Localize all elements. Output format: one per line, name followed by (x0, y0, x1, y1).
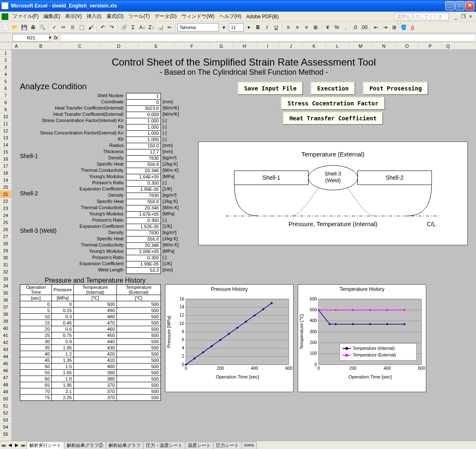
cell[interactable]: 40 (20, 351, 52, 357)
param-value-cell[interactable]: 1.64E+05 (126, 174, 161, 181)
menu-view[interactable]: 表示(V) (63, 12, 84, 21)
cell[interactable]: 35 (20, 345, 52, 351)
sort-asc-icon[interactable]: A↓ (138, 23, 146, 32)
param-value-cell[interactable]: 20.348 (126, 205, 161, 212)
param-value-cell[interactable]: 53.3 (126, 267, 161, 274)
merge-icon[interactable]: ⊞ (311, 23, 320, 32)
cell[interactable]: 500 (117, 395, 160, 401)
param-value-cell[interactable]: 20.348 (126, 168, 161, 174)
menu-edit[interactable]: 編集(E) (41, 12, 63, 21)
column-header[interactable]: E (138, 42, 174, 49)
row-header[interactable]: 10 (0, 113, 11, 120)
cell[interactable]: 500 (117, 314, 160, 320)
indent-dec-icon[interactable]: ⇤ (372, 23, 380, 32)
column-header[interactable]: Q (442, 42, 454, 49)
cell[interactable]: 440 (74, 339, 117, 345)
dropdown-icon[interactable]: ▾ (49, 35, 51, 40)
sort-desc-icon[interactable]: Z↓ (147, 23, 155, 32)
cell[interactable]: 0 (52, 301, 74, 307)
sheet-tab[interactable]: 解析結果グラフ (106, 442, 143, 449)
cell[interactable]: 20 (20, 326, 52, 332)
cell[interactable]: 50 (20, 364, 52, 370)
align-left-icon[interactable]: ≡ (284, 23, 292, 32)
row-header[interactable]: 13 (0, 134, 11, 142)
cell[interactable]: 500 (117, 364, 160, 370)
param-value-cell[interactable]: 1.000 (126, 124, 161, 131)
cell[interactable]: 480 (74, 314, 117, 320)
row-header[interactable]: 27 (0, 233, 11, 240)
row-header[interactable]: 53 (0, 417, 11, 424)
dec-decimal-icon[interactable]: .00 (360, 23, 368, 32)
row-header[interactable]: 16 (0, 156, 11, 163)
cell[interactable]: 0.6 (52, 326, 74, 332)
paste-icon[interactable]: 📋 (78, 23, 86, 32)
param-value-cell[interactable]: 2.06E+05 (126, 249, 161, 255)
row-header[interactable]: 3 (0, 64, 11, 71)
chart-icon[interactable]: 📊 (156, 23, 165, 32)
menu-insert[interactable]: 挿入(I) (84, 12, 104, 21)
tab-nav-next-icon[interactable]: ▶ (13, 442, 20, 448)
cell[interactable]: 25 (20, 332, 52, 339)
row-header[interactable]: 17 (0, 163, 11, 170)
column-header[interactable]: F (174, 42, 210, 49)
row-header[interactable]: 33 (0, 276, 11, 283)
comma-icon[interactable]: , (342, 23, 350, 32)
autosum-icon[interactable]: Σ (129, 23, 137, 32)
row-header[interactable]: 30 (0, 254, 11, 261)
cell[interactable]: 370 (74, 388, 117, 395)
name-box[interactable] (12, 34, 50, 41)
cell[interactable]: 30 (20, 339, 52, 345)
inc-decimal-icon[interactable]: .0 (351, 23, 359, 32)
row-header[interactable]: 39 (0, 318, 11, 325)
row-header[interactable]: 23 (0, 205, 11, 212)
cell[interactable]: 0 (20, 301, 52, 307)
open-icon[interactable]: 📂 (11, 23, 19, 32)
column-header[interactable]: D (100, 42, 138, 49)
param-value-cell[interactable]: 0.000 (126, 112, 161, 118)
redo-icon[interactable]: ↷ (108, 23, 116, 32)
cell[interactable]: 0.75 (52, 332, 74, 339)
new-icon[interactable]: 📄 (2, 23, 10, 32)
param-value-cell[interactable]: 0 (126, 99, 161, 106)
column-header[interactable]: I (256, 42, 279, 49)
row-header[interactable]: 20 (0, 184, 11, 191)
row-header[interactable]: 5 (0, 78, 11, 85)
cell[interactable]: 5 (20, 307, 52, 314)
cell[interactable]: 370 (74, 382, 117, 388)
row-header[interactable]: 51 (0, 403, 11, 410)
column-header[interactable]: H (233, 42, 256, 49)
italic-icon[interactable]: I (263, 23, 271, 32)
cell[interactable]: 0.3 (52, 314, 74, 320)
fill-color-icon[interactable]: 🪣 (399, 23, 408, 32)
param-value-cell[interactable]: 150.0 (126, 143, 161, 149)
cell[interactable]: 500 (117, 307, 160, 314)
font-name-select[interactable] (177, 23, 219, 32)
execution-button[interactable]: Execution (311, 82, 355, 95)
sheet-tab[interactable]: 温度シート (185, 442, 214, 449)
cell[interactable]: 500 (117, 376, 160, 382)
column-header[interactable]: L (326, 42, 349, 49)
column-header[interactable]: N (372, 42, 396, 49)
cell[interactable]: 1.95 (52, 382, 74, 388)
cell[interactable]: 490 (74, 307, 117, 314)
cell[interactable]: 0.15 (52, 307, 74, 314)
cell[interactable]: 370 (74, 395, 117, 401)
row-header[interactable]: 15 (0, 149, 11, 156)
cell[interactable]: 1.2 (52, 351, 74, 357)
column-header[interactable]: P (419, 42, 442, 49)
heat-transfer-button[interactable]: Heat Transfer Coefficient (283, 112, 384, 125)
row-header[interactable]: 29 (0, 247, 11, 254)
cut-icon[interactable]: ✂ (59, 23, 68, 32)
column-header[interactable]: M (349, 42, 372, 49)
column-header[interactable]: A (12, 42, 22, 49)
row-header[interactable]: 1 (0, 50, 11, 57)
param-value-cell[interactable]: 7830 (126, 230, 161, 237)
row-header[interactable]: 6 (0, 85, 11, 92)
cell[interactable]: 390 (74, 370, 117, 376)
param-value-cell[interactable]: 20.348 (126, 242, 161, 249)
hyperlink-icon[interactable]: 🔗 (120, 23, 128, 32)
row-header[interactable]: 48 (0, 381, 11, 388)
row-header[interactable]: 19 (0, 177, 11, 184)
cell[interactable]: 500 (117, 320, 160, 326)
cell[interactable]: 500 (117, 301, 160, 307)
